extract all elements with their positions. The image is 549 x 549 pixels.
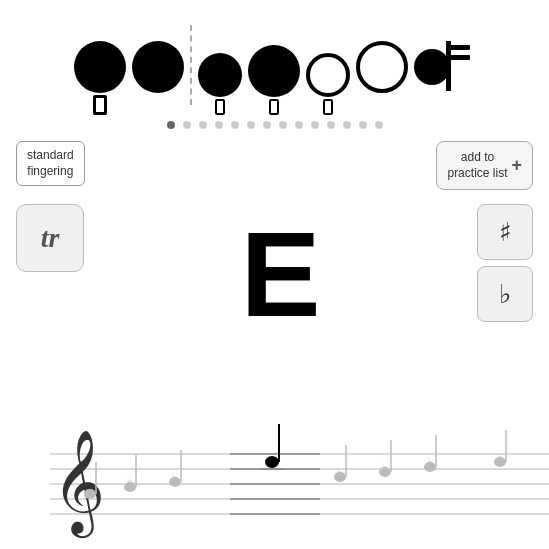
beam-line-1 xyxy=(446,45,470,50)
pagination-dots xyxy=(0,115,549,137)
dot-7[interactable] xyxy=(263,121,271,129)
note-head-1 xyxy=(74,41,126,93)
note-symbol-4 xyxy=(248,45,300,115)
dot-12[interactable] xyxy=(343,121,351,129)
beam-line-2 xyxy=(446,55,470,60)
sharp-button[interactable]: ♯ xyxy=(477,204,533,260)
note-symbol-7 xyxy=(414,41,476,93)
dot-4[interactable] xyxy=(215,121,223,129)
svg-point-10 xyxy=(84,489,96,499)
flat-button[interactable]: ♭ xyxy=(477,266,533,322)
dot-9[interactable] xyxy=(295,121,303,129)
note-symbol-3 xyxy=(198,53,242,115)
note-stem-1 xyxy=(93,95,107,115)
add-practice-line1: add to xyxy=(447,150,507,166)
add-practice-line2: practice list xyxy=(447,166,507,182)
svg-text:♭: ♭ xyxy=(497,451,502,462)
svg-text:♭: ♭ xyxy=(337,466,342,477)
dashed-separator xyxy=(190,25,192,105)
trill-label: tr xyxy=(41,222,60,254)
note-letter-display: E xyxy=(84,204,477,394)
treble-clef-symbol: 𝄞 xyxy=(52,431,105,539)
dot-6[interactable] xyxy=(247,121,255,129)
dot-2[interactable] xyxy=(183,121,191,129)
note-stem-4 xyxy=(269,99,279,115)
dot-3[interactable] xyxy=(199,121,207,129)
dot-1[interactable] xyxy=(167,121,175,129)
note-symbol-5 xyxy=(306,53,350,115)
note-head-5 xyxy=(306,53,350,97)
svg-text:♭: ♭ xyxy=(382,461,387,472)
beam-note-head xyxy=(414,49,450,85)
fingering-label-line1: standard xyxy=(27,148,74,162)
staff-svg: 𝄞 ♭ ♭ ♭ ♭ ♭ ♭ xyxy=(0,394,549,549)
main-content-area: tr E ♯ ♭ xyxy=(0,194,549,394)
plus-icon: + xyxy=(511,154,522,177)
note-stem-3 xyxy=(215,99,225,115)
dot-8[interactable] xyxy=(279,121,287,129)
fingering-label-line2: fingering xyxy=(27,164,73,178)
trill-button[interactable]: tr xyxy=(16,204,84,272)
note-symbol-6 xyxy=(356,41,408,115)
svg-text:♭: ♭ xyxy=(427,456,432,467)
note-symbol-2 xyxy=(132,41,184,115)
sharp-symbol: ♯ xyxy=(499,217,512,248)
dot-14[interactable] xyxy=(375,121,383,129)
svg-text:♭: ♭ xyxy=(127,475,132,486)
svg-text:♭: ♭ xyxy=(172,471,177,482)
note-head-6 xyxy=(356,41,408,93)
flat-symbol: ♭ xyxy=(499,279,511,310)
note-head-3 xyxy=(198,53,242,97)
svg-point-18 xyxy=(265,456,279,468)
dot-11[interactable] xyxy=(327,121,335,129)
controls-row: standard fingering add to practice list … xyxy=(0,137,549,194)
add-practice-button[interactable]: add to practice list + xyxy=(436,141,533,190)
note-stem-5 xyxy=(323,99,333,115)
dot-13[interactable] xyxy=(359,121,367,129)
add-practice-text: add to practice list xyxy=(447,150,507,181)
note-symbol-1 xyxy=(74,41,126,115)
note-head-2 xyxy=(132,41,184,93)
dot-5[interactable] xyxy=(231,121,239,129)
fingering-diagram xyxy=(0,0,549,115)
standard-fingering-button[interactable]: standard fingering xyxy=(16,141,85,186)
staff-area: 𝄞 ♭ ♭ ♭ ♭ ♭ ♭ xyxy=(0,394,549,549)
accidental-group: ♯ ♭ xyxy=(477,204,533,394)
note-head-4 xyxy=(248,45,300,97)
dot-10[interactable] xyxy=(311,121,319,129)
